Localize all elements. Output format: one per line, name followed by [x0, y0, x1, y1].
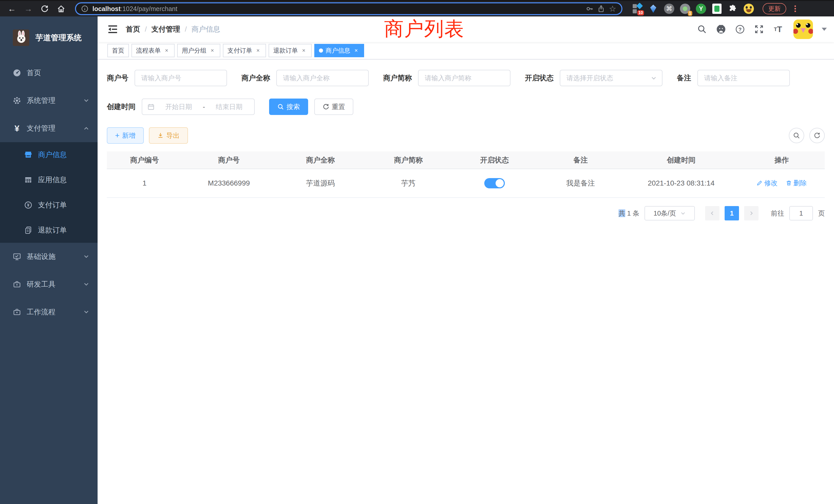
font-size-icon[interactable]: TT: [772, 24, 784, 35]
sidebar-item-refund-order[interactable]: 退款订单: [0, 217, 97, 243]
password-key-icon[interactable]: [586, 5, 593, 13]
sidebar-item-app-info[interactable]: 应用信息: [0, 167, 97, 192]
page-number-1[interactable]: 1: [725, 206, 739, 221]
goto-label: 前往: [771, 209, 784, 218]
close-icon[interactable]: ×: [353, 47, 359, 54]
reset-button-label: 重置: [332, 102, 345, 111]
bookmark-star-icon[interactable]: ☆: [609, 4, 616, 14]
gear-icon: [12, 96, 22, 105]
sidebar-item-infrastructure[interactable]: 基础设施: [0, 243, 97, 271]
tab-pay-order[interactable]: 支付订单×: [223, 44, 266, 57]
cell-merchant-id: 1: [107, 169, 182, 198]
extensions-puzzle-icon[interactable]: [727, 3, 739, 14]
chevron-up-icon: [83, 125, 89, 131]
extension-gem-icon[interactable]: [648, 3, 659, 14]
close-icon[interactable]: ×: [163, 47, 170, 54]
extension-command-icon[interactable]: ⌘: [663, 3, 675, 14]
fullscreen-icon[interactable]: [753, 24, 765, 35]
reset-button[interactable]: 重置: [314, 98, 353, 115]
extension-green-y-icon[interactable]: Y: [695, 3, 707, 14]
extension-eagle-icon[interactable]: 10: [632, 3, 643, 14]
close-icon[interactable]: ×: [301, 47, 307, 54]
short-name-input[interactable]: [418, 70, 510, 86]
date-range-picker[interactable]: 开始日期 - 结束日期: [142, 98, 255, 115]
github-icon[interactable]: [716, 24, 727, 35]
sidebar-item-dev-tools[interactable]: 研发工具: [0, 271, 97, 298]
filter-label-short-name: 商户简称: [383, 73, 418, 83]
browser-toolbar: ← → localhost:1024/pay/merchant ☆: [0, 0, 834, 17]
download-icon: [157, 132, 164, 139]
status-select[interactable]: 请选择开启状态: [560, 70, 662, 86]
page-size-select[interactable]: 10条/页: [644, 206, 695, 221]
header-search-icon[interactable]: [696, 24, 708, 35]
user-avatar[interactable]: [793, 20, 813, 39]
sidebar-item-label: 工作流程: [27, 307, 83, 317]
browser-menu-icon[interactable]: [793, 4, 797, 13]
refresh-table-button[interactable]: [809, 128, 825, 143]
chrome-update-button[interactable]: 更新: [763, 3, 786, 14]
sidebar-item-home[interactable]: 首页: [0, 59, 97, 87]
col-merchant-no: 商户号: [182, 152, 276, 169]
calendar-icon: [147, 103, 155, 110]
cell-status: [452, 169, 538, 198]
sidebar-item-label: 研发工具: [27, 279, 83, 289]
filter-label-full-name: 商户全称: [241, 73, 276, 83]
pay-circle-icon: ¥: [24, 201, 33, 209]
next-page-button[interactable]: [744, 206, 759, 221]
breadcrumb-home[interactable]: 首页: [126, 24, 140, 34]
tab-user-group[interactable]: 用户分组×: [177, 44, 220, 57]
share-icon[interactable]: [597, 5, 605, 13]
chevron-down-icon: [651, 75, 657, 81]
sidebar-logo-row[interactable]: 芋道管理系统: [0, 17, 97, 59]
close-icon[interactable]: ×: [255, 47, 261, 54]
monitor-icon: [12, 252, 22, 261]
tab-label: 支付订单: [227, 46, 252, 55]
add-button[interactable]: + 新增: [107, 127, 144, 144]
profile-emoji-icon[interactable]: [743, 3, 754, 14]
hide-search-button[interactable]: [789, 128, 804, 143]
status-toggle[interactable]: [484, 178, 505, 188]
browser-forward-icon[interactable]: →: [22, 2, 35, 16]
sidebar-item-merchant-info[interactable]: 商户信息: [0, 142, 97, 167]
merchant-no-input[interactable]: [135, 70, 227, 86]
search-button[interactable]: 搜索: [269, 98, 308, 115]
prev-page-button[interactable]: [705, 206, 720, 221]
avatar-caret-icon[interactable]: [822, 28, 827, 31]
help-icon[interactable]: ?: [734, 24, 746, 35]
remark-input[interactable]: [697, 70, 790, 86]
chevron-down-icon: [83, 97, 89, 104]
edit-link[interactable]: 修改: [756, 179, 777, 188]
chevron-right-icon: [748, 210, 754, 216]
table-header-row: 商户编号 商户号 商户全称 商户简称 开启状态 备注 创建时间 操作: [107, 152, 825, 169]
goto-page-input[interactable]: [789, 206, 813, 221]
full-name-input[interactable]: [276, 70, 369, 86]
tab-process-form[interactable]: 流程表单×: [131, 44, 175, 57]
tab-merchant-info[interactable]: 商户信息×: [314, 44, 364, 57]
browser-reload-icon[interactable]: [38, 2, 51, 16]
url-text[interactable]: localhost:1024/pay/merchant: [92, 5, 581, 13]
tab-label: 用户分组: [182, 46, 206, 55]
browser-back-icon[interactable]: ←: [5, 2, 19, 16]
browser-home-icon[interactable]: [54, 2, 68, 16]
tab-label: 商户信息: [326, 46, 350, 55]
sidebar-item-label: 支付管理: [27, 123, 83, 133]
chevron-left-icon: [709, 210, 715, 216]
search-button-label: 搜索: [287, 102, 300, 111]
export-button[interactable]: 导出: [149, 127, 188, 144]
sidebar-collapse-icon[interactable]: [105, 23, 121, 36]
site-info-icon[interactable]: [81, 5, 88, 12]
sidebar-item-workflow[interactable]: 工作流程: [0, 298, 97, 326]
tab-home[interactable]: 首页: [107, 44, 129, 57]
extension-loop-icon[interactable]: 1: [679, 3, 691, 14]
delete-link[interactable]: 删除: [786, 179, 807, 188]
col-merchant-id: 商户编号: [107, 152, 182, 169]
sidebar-item-payment[interactable]: ¥ 支付管理: [0, 114, 97, 142]
close-icon[interactable]: ×: [209, 47, 216, 54]
sidebar-item-pay-order[interactable]: ¥ 支付订单: [0, 192, 97, 217]
address-bar[interactable]: localhost:1024/pay/merchant ☆: [75, 2, 622, 15]
extension-notes-icon[interactable]: [711, 3, 723, 14]
breadcrumb-payment[interactable]: 支付管理: [152, 24, 180, 34]
tab-refund-order[interactable]: 退款订单×: [269, 44, 312, 57]
sidebar-item-system[interactable]: 系统管理: [0, 87, 97, 114]
page-size-value: 10条/页: [654, 209, 676, 218]
